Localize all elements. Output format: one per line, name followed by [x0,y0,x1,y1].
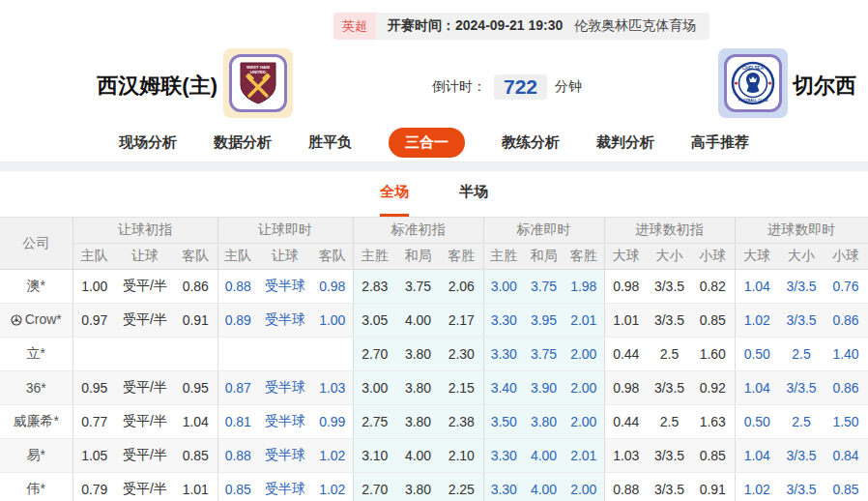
odds-cell: 1.04 [735,371,779,405]
table-row: 易* 1.05 受平/半 0.85 0.88 受半球 1.02 3.10 4.0… [0,439,868,473]
odds-cell: 3.05 [353,304,396,338]
odds-cell: 0.76 [824,270,868,304]
odds-cell: 2.00 [564,405,604,439]
odds-cell: 0.91 [691,473,735,501]
odds-cell: 1.02 [312,439,353,473]
table-row: 威廉希* 0.77 受平/半 1.04 0.81 受半球 0.99 2.75 3… [0,405,868,439]
odds-cell: 受平/半 [116,270,174,304]
subcol: 让球 [116,244,174,270]
subtab-half-match[interactable]: 半场 [459,183,488,217]
subcol: 主队 [72,244,116,270]
odds-cell: 2.00 [564,338,604,371]
odds-cell: 2.00 [564,473,604,501]
company-name[interactable]: 36* [0,371,72,405]
company-name[interactable]: Crow* [0,304,72,338]
subcol: 让球 [258,244,312,270]
odds-cell: 0.85 [174,439,217,473]
odds-cell: 1.05 [72,439,116,473]
countdown-value: 722 [494,74,547,100]
odds-cell [72,338,116,371]
subcol: 大小 [648,244,691,270]
subtab-full-match[interactable]: 全场 [380,183,409,217]
odds-cell: 3/3.5 [779,371,824,405]
odds-cell: 1.01 [604,304,648,338]
tab-coach-analysis[interactable]: 教练分析 [502,133,560,152]
odds-cell: 受半球 [258,439,312,473]
odds-cell: 2.17 [440,304,483,338]
odds-cell: 2.5 [779,405,824,439]
subcol: 主胜 [353,244,396,270]
group-goals-live: 进球数即时 [735,218,868,244]
odds-cell: 0.44 [604,338,648,371]
subcol: 和局 [524,244,564,270]
odds-cell: 3/3.5 [779,304,824,338]
group-goals-initial: 进球数初指 [604,218,735,244]
odds-cell: 4.00 [396,439,440,473]
odds-table-header: 公司 让球初指 让球即时 标准初指 标准即时 进球数初指 进球数即时 主队 让球… [0,218,868,270]
odds-cell: 0.82 [691,270,735,304]
table-row: 伟* 0.79 受平/半 1.01 0.85 受半球 1.02 2.70 3.8… [0,473,868,501]
group-handicap-initial: 让球初指 [72,218,217,244]
odds-cell: 0.92 [691,371,735,405]
odds-cell: 3.80 [396,338,440,371]
odds-cell: 3.80 [396,405,440,439]
match-header: 西汉姆联(主) WEST HAM UNITED 倒计时： 722 分钟 [0,44,868,124]
subcol: 客队 [174,244,217,270]
odds-cell: 0.95 [174,371,217,405]
odds-cell: 0.98 [604,371,648,405]
tab-data-analysis[interactable]: 数据分析 [214,133,272,152]
group-standard-initial: 标准初指 [353,218,483,244]
company-name[interactable]: 易* [0,439,72,473]
countdown: 倒计时： 722 分钟 [432,74,582,100]
odds-cell [312,338,353,371]
odds-cell: 0.98 [312,270,353,304]
chelsea-crest-icon: CHELSEA FOOTBALL CLUB [724,54,782,112]
odds-cell: 3.00 [353,371,396,405]
odds-cell: 0.79 [72,473,116,501]
tab-win-draw-lose[interactable]: 胜平负 [308,133,352,152]
table-row: 立* 2.70 3.80 2.30 3.30 3.75 2.00 0.44 2.… [0,338,868,371]
odds-cell: 3.50 [483,405,524,439]
company-name[interactable]: 立* [0,338,72,371]
soccer-ball-icon [11,313,22,329]
odds-cell: 1.00 [72,270,116,304]
tab-three-in-one[interactable]: 三合一 [389,128,465,158]
table-row: 澳* 1.00 受平/半 0.86 0.88 受半球 0.98 2.83 3.7… [0,270,868,304]
odds-cell: 受半球 [258,405,312,439]
top-bar: 英超 开赛时间：2024-09-21 19:30 伦敦奥林匹克体育场 [0,0,868,44]
odds-cell: 0.97 [72,304,116,338]
odds-cell: 2.25 [440,473,483,501]
odds-cell: 2.83 [353,270,396,304]
company-name[interactable]: 伟* [0,473,72,501]
odds-cell: 2.00 [564,371,604,405]
odds-cell: 0.95 [72,371,116,405]
odds-cell: 1.50 [824,405,868,439]
odds-cell: 0.85 [691,304,735,338]
tab-expert-picks[interactable]: 高手推荐 [691,133,749,152]
odds-table: 公司 让球初指 让球即时 标准初指 标准即时 进球数初指 进球数即时 主队 让球… [0,217,868,501]
company-name[interactable]: 澳* [0,270,72,304]
tab-live-analysis[interactable]: 现场分析 [119,133,177,152]
odds-cell: 受半球 [258,473,312,501]
company-name[interactable]: 威廉希* [0,405,72,439]
odds-cell [258,338,312,371]
odds-cell: 2.06 [440,270,483,304]
odds-cell: 3.75 [396,270,440,304]
odds-cell: 0.86 [824,371,868,405]
west-ham-crest-icon: WEST HAM UNITED [229,54,287,112]
subcol: 客胜 [440,244,483,270]
odds-cell: 3.00 [483,270,524,304]
analysis-nav: 现场分析 数据分析 胜平负 三合一 教练分析 裁判分析 高手推荐 [0,124,868,162]
odds-cell: 0.85 [217,473,258,501]
odds-cell [217,338,258,371]
odds-cell: 4.00 [396,304,440,338]
odds-cell: 3.90 [524,371,564,405]
odds-cell: 0.91 [174,304,217,338]
odds-cell: 0.98 [604,270,648,304]
odds-cell: 0.86 [824,304,868,338]
tab-referee-analysis[interactable]: 裁判分析 [596,133,654,152]
odds-cell: 2.70 [353,338,396,371]
divider-band [0,162,868,171]
odds-cell: 3.40 [483,371,524,405]
subcol: 客胜 [564,244,604,270]
